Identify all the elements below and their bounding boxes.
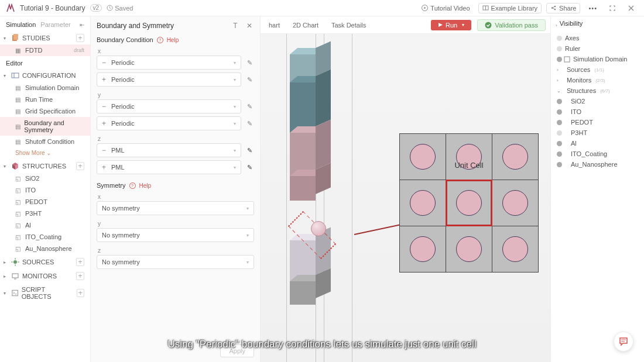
sources-header[interactable]: ▸ SOURCES + — [0, 254, 90, 268]
tree-item-sio2[interactable]: ◱SiO2 — [0, 173, 90, 184]
structure-label: P3HT — [25, 210, 42, 217]
run-button[interactable]: Run ▾ — [431, 20, 471, 30]
tab-hart[interactable]: hart — [265, 19, 283, 31]
vis-structures[interactable]: ⌄Structures(6/7) — [556, 85, 639, 96]
collapse-left-icon[interactable]: ⇤ — [80, 22, 84, 28]
file-title: Tutorial 9 - Boundary — [20, 4, 85, 12]
help-icon[interactable]: ? — [157, 37, 163, 43]
add-script-button[interactable]: + — [77, 289, 84, 297]
vis-axes[interactable]: Axes — [556, 33, 639, 43]
tree-item-ito[interactable]: ◱ITO — [0, 184, 90, 196]
bc-y-minus-select[interactable]: −Periodic▾ — [97, 99, 241, 113]
vis-struct-p3ht[interactable]: P3HT — [556, 127, 639, 138]
cube-icon: ◱ — [15, 234, 22, 240]
edit-icon[interactable]: ✎ — [245, 120, 254, 127]
script-header[interactable]: ▾ SCRIPT OBJECTS + — [0, 282, 90, 302]
edit-icon[interactable]: ✎ — [245, 164, 254, 171]
edit-icon[interactable]: ✎ — [245, 59, 254, 67]
vis-label: ITO — [571, 108, 581, 115]
tab-simulation[interactable]: Simulation — [6, 21, 36, 28]
bc-x-plus-select[interactable]: +Periodic▾ — [97, 73, 241, 87]
tree-item-run-time[interactable]: ▤Run Time — [0, 94, 90, 105]
add-monitor-button[interactable]: + — [76, 272, 84, 280]
vis-sources[interactable]: ›Sources(1/1) — [556, 64, 639, 75]
tab-task-details[interactable]: Task Details — [328, 19, 369, 31]
monitors-header[interactable]: ▸ MONITORS + — [0, 268, 90, 282]
tree-item-pedot[interactable]: ◱PEDOT — [0, 196, 90, 208]
chevron-down-icon: ▾ — [4, 36, 8, 41]
vis-monitors[interactable]: ›Monitors(2/3) — [556, 75, 639, 85]
script-icon — [11, 289, 19, 297]
studies-label: STUDIES — [22, 35, 50, 42]
topbar: Tutorial 9 - Boundary v2 Saved Tutorial … — [0, 0, 644, 16]
tree-item-au-nanosphere[interactable]: ◱Au_Nanosphere — [0, 243, 90, 254]
close-icon[interactable] — [624, 4, 638, 13]
sym-x-select[interactable]: No symmetry▾ — [97, 201, 254, 215]
config-label: Simulation Domain — [25, 84, 79, 91]
viewport[interactable]: hart 2D Chart Task Details Run ▾ Validat… — [261, 16, 550, 362]
scene-3d[interactable]: Unit Cell z — [261, 34, 550, 362]
version-badge[interactable]: v2 — [90, 4, 102, 12]
fullscreen-icon[interactable] — [605, 4, 619, 13]
tutorial-video-link[interactable]: Tutorial Video — [418, 4, 473, 13]
bc-z-plus-select[interactable]: +PML▾ — [97, 160, 241, 174]
tree-item-shutoff[interactable]: ▤Shutoff Condition — [0, 136, 90, 147]
edit-icon[interactable]: ✎ — [245, 76, 254, 84]
au-nanosphere — [311, 221, 326, 236]
chat-fab[interactable] — [614, 332, 633, 351]
list-icon: ▤ — [15, 139, 22, 145]
show-more-link[interactable]: Show More ⌄ — [0, 147, 90, 158]
help-link[interactable]: Help — [139, 182, 152, 189]
vis-sim-domain[interactable]: Simulation Domain — [556, 54, 639, 64]
tree-item-sim-domain[interactable]: ▤Simulation Domain — [0, 82, 90, 94]
close-panel-icon[interactable]: ✕ — [245, 21, 254, 30]
select-value: Periodic — [111, 103, 135, 110]
chevron-right-icon[interactable]: › — [556, 23, 557, 28]
edit-icon[interactable]: ✎ — [245, 147, 254, 154]
help-icon[interactable]: ? — [129, 182, 136, 189]
monitors-icon — [11, 272, 19, 280]
vis-struct-ito[interactable]: ITO — [556, 106, 639, 117]
help-link[interactable]: Help — [167, 37, 179, 43]
sym-z-select[interactable]: No symmetry▾ — [97, 255, 254, 269]
add-study-button[interactable]: + — [76, 34, 84, 42]
add-structure-button[interactable]: + — [76, 162, 84, 170]
tree-item-ito-coating[interactable]: ◱ITO_Coating — [0, 231, 90, 243]
tree-item-fdtd[interactable]: ▦ FDTD draft — [0, 44, 90, 56]
structures-header[interactable]: ▾ STRUCTURES + — [0, 158, 90, 173]
tree-item-grid-spec[interactable]: ▤Grid Specification — [0, 105, 90, 117]
share-button[interactable]: Share — [546, 3, 580, 13]
vis-label: PEDOT — [571, 119, 593, 126]
tab-parameter[interactable]: Parameter — [40, 21, 70, 28]
show-more-label: Show More — [15, 150, 45, 156]
vis-label: Ruler — [565, 45, 580, 52]
vis-struct-pedot[interactable]: PEDOT — [556, 117, 639, 127]
saved-status: Saved — [107, 5, 133, 12]
studies-header[interactable]: ▾ STUDIES + — [0, 30, 90, 44]
bc-y-plus-select[interactable]: +Periodic▾ — [97, 116, 241, 130]
configuration-header[interactable]: ▾ CONFIGURATION — [0, 68, 90, 82]
bc-x-minus-select[interactable]: −Periodic▾ — [97, 56, 241, 70]
select-value: Periodic — [111, 120, 135, 127]
sym-y-select[interactable]: No symmetry▾ — [97, 228, 254, 242]
unit-cell-label: Unit Cell — [446, 161, 492, 170]
select-value: PML — [111, 147, 125, 154]
apply-button[interactable]: Apply — [220, 344, 254, 357]
tree-item-al[interactable]: ◱Al — [0, 219, 90, 231]
vis-struct-ito-coating[interactable]: ITO_Coating — [556, 149, 639, 159]
example-library-link[interactable]: Example Library — [478, 3, 542, 13]
vis-struct-au-nanosphere[interactable]: Au_Nanosphere — [556, 159, 639, 170]
tree-item-p3ht[interactable]: ◱P3HT — [0, 208, 90, 219]
tab-2d-chart[interactable]: 2D Chart — [289, 19, 322, 31]
axis-z-label: z — [98, 136, 254, 142]
edit-icon[interactable]: ✎ — [245, 103, 254, 111]
tree-item-boundary[interactable]: ▤Boundary and Symmetry — [0, 117, 90, 136]
vis-ruler[interactable]: Ruler — [556, 43, 639, 54]
chevron-down-icon: ▾ — [234, 121, 236, 126]
text-format-icon[interactable]: T — [231, 21, 240, 30]
vis-struct-al[interactable]: Al — [556, 138, 639, 149]
vis-struct-sio2[interactable]: SiO2 — [556, 96, 639, 106]
more-menu[interactable]: ••• — [585, 4, 601, 13]
bc-z-minus-select[interactable]: −PML▾ — [97, 143, 241, 157]
add-source-button[interactable]: + — [76, 258, 84, 266]
